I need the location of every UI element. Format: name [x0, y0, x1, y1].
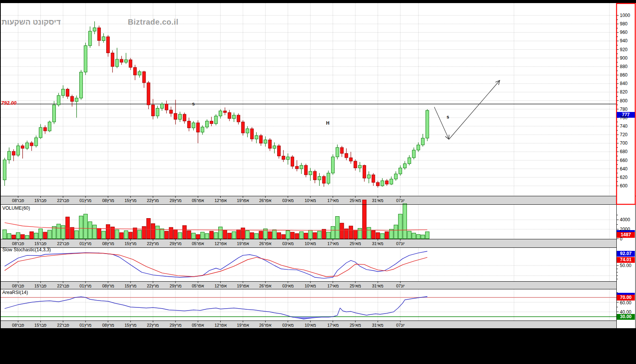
chart-window: דיסקונט השקעות Biztrade.co.il VOLUME(60)… — [0, 0, 636, 364]
volume-bar — [273, 230, 276, 239]
x-axis-label: 07יונ — [389, 322, 412, 329]
x-axis-label: 31מאי — [367, 322, 389, 329]
price-tick-label: 880 — [620, 64, 628, 69]
x-axis-label: 22מרץ — [142, 197, 164, 204]
volume-bar — [425, 232, 429, 239]
volume-bar — [142, 226, 146, 239]
price-tick-label: 860 — [620, 72, 628, 78]
x-axis-label: 22מרץ — [142, 322, 164, 329]
volume-bar — [21, 234, 25, 239]
volume-bar — [407, 231, 411, 239]
volume-bar — [30, 232, 33, 239]
x-axis-label: 19אפר — [232, 197, 254, 204]
x-axis-label: 12אפר — [209, 322, 232, 329]
price-tick-label: 960 — [620, 30, 628, 35]
candle-up — [331, 157, 335, 173]
x-axis-label: 08מרץ — [97, 282, 119, 289]
volume-bar — [223, 230, 227, 239]
candle-up — [156, 108, 159, 116]
x-axis-label: 08פבר — [7, 240, 29, 247]
x-axis-label: 26אפר — [254, 322, 276, 329]
candle-up — [358, 165, 362, 168]
volume-bar — [115, 230, 119, 239]
x-axis-label: 08מרץ — [97, 240, 119, 247]
x-axis-label: 01מרץ — [74, 197, 97, 204]
stoch-k-badge: 92.07 — [617, 251, 635, 257]
volume-bar — [390, 229, 393, 239]
candle-up — [390, 179, 393, 184]
candle-down — [295, 166, 298, 169]
volume-bar — [335, 217, 339, 239]
candle-up — [8, 151, 11, 160]
price-tick-label: 900 — [620, 55, 628, 61]
volume-bar — [228, 233, 231, 239]
volume-tick-label: 0 — [620, 236, 623, 242]
candle-up — [426, 110, 429, 138]
volume-bar — [250, 233, 254, 239]
volume-bar — [322, 229, 326, 239]
volume-bar — [259, 231, 263, 239]
x-axis-label: 03מאי — [277, 322, 299, 329]
volume-bar — [318, 231, 321, 239]
chart-canvas[interactable] — [0, 0, 636, 364]
volume-bar — [48, 230, 52, 239]
volume-bar — [340, 223, 344, 239]
volume-bar — [124, 231, 128, 239]
top-bar — [0, 0, 636, 3]
annotation-h: H — [326, 120, 330, 126]
candle-up — [318, 177, 321, 180]
candle-down — [349, 158, 352, 161]
candle-down — [305, 165, 308, 175]
candle-up — [93, 28, 96, 31]
volume-bar — [187, 231, 191, 239]
x-axis-label: 31מאי — [367, 197, 389, 204]
candle-down — [66, 89, 69, 97]
x-axis-label: 17מאי — [322, 322, 344, 329]
candle-up — [394, 174, 397, 179]
candle-up — [192, 123, 195, 128]
candle-up — [115, 59, 119, 67]
x-axis-label: 22פבר — [52, 240, 74, 247]
candle-down — [129, 60, 132, 67]
volume-bar — [331, 226, 335, 239]
price-tick-label: 600 — [620, 183, 628, 189]
x-axis-label: 22פבר — [52, 282, 74, 289]
x-axis-label: 05אפר — [187, 240, 209, 247]
candle-down — [30, 143, 33, 146]
price-tick-label: 940 — [620, 38, 628, 43]
x-axis-label: 08מרץ — [97, 322, 119, 329]
price-tick-label: 700 — [620, 140, 628, 146]
x-axis-label: 15פבר — [29, 322, 52, 329]
volume-bar — [421, 235, 425, 239]
x-axis-label: 29מרץ — [164, 197, 187, 204]
candle-up — [35, 138, 38, 146]
candle-down — [345, 154, 348, 158]
x-axis-label: 07יונ — [389, 240, 412, 247]
x-axis-label: 03מאי — [277, 197, 299, 204]
volume-bar — [268, 232, 272, 239]
x-axis-label: 15מרץ — [119, 197, 142, 204]
x-axis-label: 05אפר — [187, 282, 209, 289]
page-bg — [0, 0, 636, 364]
candle-down — [21, 146, 24, 149]
x-axis-label: 29מרץ — [164, 240, 187, 247]
candle-down — [241, 122, 244, 133]
candle-down — [228, 113, 231, 119]
volume-bar — [232, 232, 236, 239]
annotation-s1: s — [192, 101, 195, 107]
candle-down — [107, 37, 110, 53]
x-axis-label: 15מרץ — [119, 322, 142, 329]
stoch-d-badge: 74.01 — [617, 257, 635, 263]
x-axis-label: 22פבר — [52, 322, 74, 329]
volume-bar — [362, 200, 366, 239]
volume-bar — [66, 217, 70, 239]
volume-bar — [295, 234, 299, 239]
candle-down — [259, 135, 263, 143]
x-axis-label: 15מרץ — [119, 240, 142, 247]
candle-up — [138, 72, 141, 75]
price-tick-label: 640 — [620, 166, 628, 172]
volume-bar — [34, 233, 38, 239]
x-axis-label: 03מאי — [277, 240, 299, 247]
price-tick-label: 840 — [620, 81, 628, 86]
candle-up — [300, 165, 303, 169]
